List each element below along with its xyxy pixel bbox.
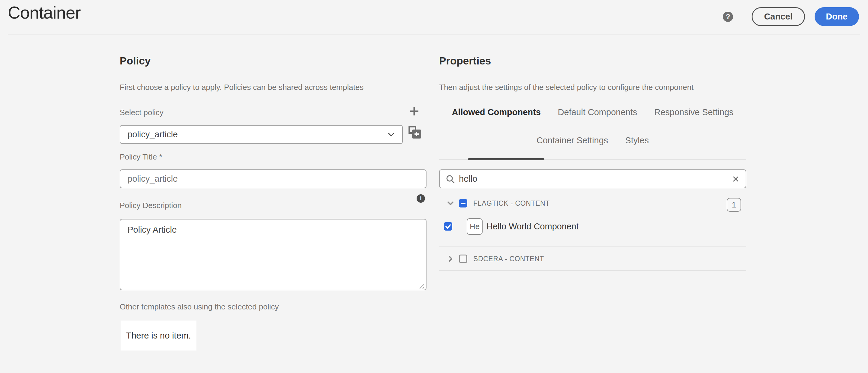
tabs-row-1: Allowed Components Default Components Re… (439, 107, 746, 117)
component-group-row: SDCERA - CONTENT (439, 249, 746, 269)
tab-styles[interactable]: Styles (625, 135, 649, 146)
done-button[interactable]: Done (815, 7, 859, 26)
search-icon (446, 175, 455, 184)
minus-icon (461, 203, 465, 204)
component-row: He Hello World Component (439, 216, 746, 237)
tabs-row-2: Container Settings Styles (439, 135, 746, 146)
page-title: Container (8, 2, 81, 23)
check-icon (445, 223, 451, 229)
chevron-down-icon (387, 131, 395, 138)
component-checkbox-checked[interactable] (444, 222, 452, 230)
component-abbr-badge: He (467, 218, 483, 235)
select-policy-label: Select policy (120, 108, 163, 117)
policy-panel: Policy First choose a policy to apply. P… (120, 0, 427, 373)
group-label: SDCERA - CONTENT (473, 255, 544, 263)
active-tab-indicator (468, 158, 545, 160)
row-divider (439, 270, 746, 271)
tab-default-components[interactable]: Default Components (558, 107, 637, 117)
component-label: Hello World Component (487, 222, 579, 231)
chevron-right-icon (446, 255, 455, 263)
cancel-button[interactable]: Cancel (752, 7, 805, 26)
x-icon (732, 175, 740, 183)
row-divider (439, 246, 746, 247)
policy-description-textarea[interactable]: Policy Article (120, 219, 427, 290)
other-templates-empty-box: There is no item. (121, 320, 196, 350)
policy-select-value: policy_article (127, 129, 387, 139)
collapse-group-button[interactable] (445, 198, 456, 209)
policy-description-label: Policy Description (120, 201, 182, 210)
properties-description-text: Then adjust the settings of the selected… (439, 83, 693, 92)
policy-description-text: First choose a policy to apply. Policies… (120, 83, 364, 92)
clear-search-button[interactable] (732, 175, 740, 183)
chevron-down-icon (446, 199, 455, 208)
group-label: FLAGTICK - CONTENT (473, 199, 550, 208)
copy-policy-icon[interactable] (408, 126, 422, 139)
add-policy-icon[interactable] (408, 105, 420, 117)
properties-heading: Properties (439, 55, 491, 67)
group-checkbox-unchecked[interactable] (459, 255, 467, 263)
policy-select-dropdown[interactable]: policy_article (120, 125, 403, 144)
component-group-row: FLAGTICK - CONTENT 1 (439, 193, 746, 213)
policy-title-field-wrap (120, 169, 427, 188)
expand-group-button[interactable] (445, 253, 456, 264)
tab-container-settings[interactable]: Container Settings (536, 135, 608, 146)
tab-allowed-components[interactable]: Allowed Components (452, 107, 540, 117)
plus-icon (413, 131, 420, 137)
info-icon[interactable]: i (416, 194, 425, 203)
component-search-input[interactable] (459, 174, 732, 184)
empty-message: There is no item. (126, 331, 191, 341)
policy-title-label: Policy Title * (120, 152, 162, 162)
other-templates-label: Other templates also using the selected … (120, 302, 279, 312)
copy-front-sheet-icon (412, 129, 421, 138)
tab-responsive-settings[interactable]: Responsive Settings (654, 107, 733, 117)
group-checkbox-indeterminate[interactable] (459, 199, 467, 208)
component-search-box (439, 169, 746, 188)
group-count-badge: 1 (727, 198, 741, 212)
plus-icon (408, 105, 420, 117)
properties-panel: Properties Then adjust the settings of t… (439, 0, 746, 373)
policy-heading: Policy (120, 55, 151, 67)
policy-title-input[interactable] (127, 174, 419, 184)
